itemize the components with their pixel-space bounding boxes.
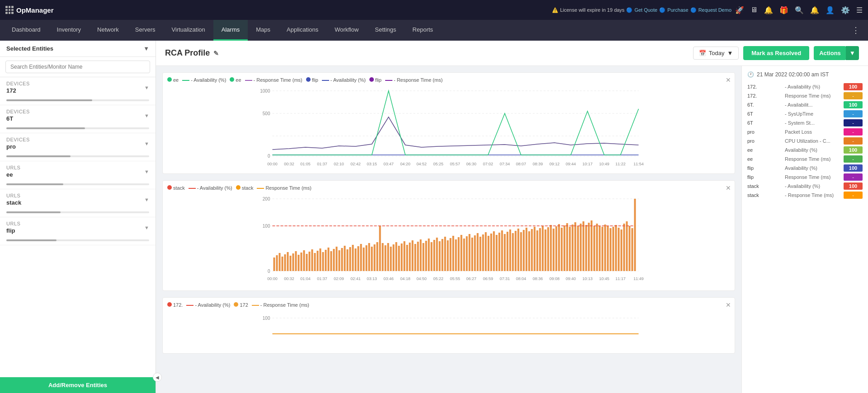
svg-text:00:00: 00:00	[267, 276, 278, 281]
mark-as-resolved-button[interactable]: Mark as Resolved	[743, 46, 809, 60]
svg-rect-37	[276, 255, 278, 271]
nav-network[interactable]: Network	[89, 20, 127, 41]
purchase-link[interactable]: Purchase	[667, 7, 688, 13]
svg-rect-92	[425, 241, 427, 271]
nav-servers[interactable]: Servers	[127, 20, 164, 41]
chart-close-1[interactable]: ✕	[726, 76, 731, 84]
legend-dot-ee1: ee	[167, 77, 179, 83]
add-remove-entities-button[interactable]: Add/Remove Entities	[0, 377, 156, 393]
chart-close-3[interactable]: ✕	[726, 301, 731, 309]
user-icon[interactable]: 👤	[826, 6, 835, 14]
sidebar-item-header-urls-ee[interactable]: URLs ee ▼	[0, 161, 156, 182]
metric-label-10: Response Time (ms)	[785, 174, 844, 180]
sidebar-collapse-btn[interactable]: ◀	[153, 373, 162, 382]
sidebar-item-header-urls-stack[interactable]: URLs stack ▼	[0, 189, 156, 210]
svg-rect-71	[368, 243, 370, 271]
actions-button[interactable]: Actions	[814, 46, 846, 60]
svg-rect-93	[428, 239, 430, 271]
nav-alarms[interactable]: Alarms	[213, 20, 248, 41]
svg-rect-38	[279, 253, 281, 271]
sidebar-item-name-5: stack	[6, 199, 21, 206]
svg-text:11:49: 11:49	[633, 276, 644, 281]
nav-applications[interactable]: Applications	[278, 20, 326, 41]
sidebar-item-header-devices-172[interactable]: Devices 172 ▼	[0, 77, 156, 98]
svg-text:500: 500	[263, 111, 270, 116]
svg-text:11:54: 11:54	[633, 162, 644, 166]
sidebar-item-header-devices-pro[interactable]: Devices pro ▼	[0, 133, 156, 154]
svg-rect-167	[629, 226, 631, 271]
svg-rect-154	[594, 226, 595, 271]
filter-icon[interactable]: ▼	[143, 45, 149, 52]
metric-row-7: eeAvailability (%)100	[747, 146, 863, 154]
navbar-more[interactable]: ⋮	[847, 20, 864, 41]
svg-rect-135	[542, 226, 544, 271]
search-icon[interactable]: 🔍	[795, 6, 804, 14]
nav-dashboard[interactable]: Dashboard	[4, 20, 49, 41]
nav-workflow[interactable]: Workflow	[326, 20, 367, 41]
svg-rect-146	[572, 225, 574, 271]
date-picker[interactable]: 📅 Today ▼	[693, 47, 739, 60]
metric-name-2: 6T.	[747, 102, 785, 108]
svg-rect-150	[583, 221, 585, 271]
nav-reports[interactable]: Reports	[404, 20, 441, 41]
svg-rect-76	[382, 243, 384, 271]
legend-dash-avail-ee: - Availability (%)	[182, 77, 226, 83]
request-demo-link[interactable]: Request Demo	[698, 7, 731, 13]
svg-rect-133	[537, 230, 538, 271]
svg-text:09:40: 09:40	[566, 276, 576, 281]
alert-icon[interactable]: 🔔	[810, 6, 819, 14]
rocket-icon[interactable]: 🚀	[735, 6, 744, 14]
nav-virtualization[interactable]: Virtualization	[164, 20, 213, 41]
edit-icon[interactable]: ✎	[213, 50, 219, 57]
svg-rect-91	[423, 243, 425, 271]
settings-icon[interactable]: ⚙️	[841, 6, 850, 14]
sidebar-item-header-urls-flip[interactable]: URLs flip ▼	[0, 217, 156, 238]
metric-name-5: pro	[747, 129, 785, 135]
legend-dash-avail-flip: - Availability (%)	[322, 77, 366, 83]
license-info: ⚠️ License will expire in 19 days 🔵 Get …	[552, 7, 731, 13]
svg-text:03:15: 03:15	[367, 162, 377, 166]
search-input[interactable]	[5, 61, 150, 73]
svg-rect-46	[301, 253, 302, 271]
legend-dot-stack1: stack	[167, 185, 185, 191]
svg-rect-118	[496, 235, 498, 271]
svg-rect-59	[336, 247, 338, 271]
svg-rect-129	[526, 228, 528, 271]
svg-rect-153	[591, 220, 593, 271]
legend-dot-stack2: stack	[236, 185, 254, 191]
nav-inventory[interactable]: Inventory	[49, 20, 89, 41]
svg-text:00:32: 00:32	[284, 162, 294, 166]
svg-rect-61	[341, 248, 343, 271]
svg-rect-126	[518, 229, 519, 271]
svg-rect-73	[374, 244, 376, 271]
chart-close-2[interactable]: ✕	[726, 184, 731, 192]
nav-maps[interactable]: Maps	[248, 20, 278, 41]
svg-rect-138	[550, 225, 552, 271]
actions-dropdown-button[interactable]: ▼	[846, 46, 859, 60]
metric-name-7: ee	[747, 147, 785, 153]
sidebar-item-header-devices-6t[interactable]: Devices 6T ▼	[0, 105, 156, 126]
svg-text:02:09: 02:09	[334, 276, 344, 281]
metric-name-9: flip	[747, 165, 785, 171]
metric-label-4: - System St...	[785, 120, 844, 126]
chevron-down-icon: ▼	[727, 50, 733, 56]
metric-badge-11: 100	[844, 182, 863, 190]
svg-rect-74	[377, 242, 378, 271]
monitor-icon[interactable]: 🖥	[750, 6, 758, 14]
svg-rect-36	[274, 257, 275, 271]
svg-text:01:04: 01:04	[300, 276, 311, 281]
nav-settings[interactable]: Settings	[367, 20, 404, 41]
metric-badge-10: -	[844, 173, 863, 181]
content-title: RCA Profile ✎	[165, 48, 219, 58]
metric-name-4: 6T	[747, 120, 785, 126]
svg-text:0: 0	[268, 269, 270, 274]
svg-rect-158	[604, 225, 606, 271]
svg-text:03:13: 03:13	[367, 276, 377, 281]
gift-icon[interactable]: 🎁	[779, 6, 788, 14]
menu-icon[interactable]: ☰	[856, 6, 863, 14]
get-quote-link[interactable]: Get Quote	[634, 7, 657, 13]
bell-icon[interactable]: 🔔	[764, 6, 773, 14]
sidebar-item-bar-fill-4	[6, 183, 63, 185]
svg-rect-115	[488, 236, 490, 271]
svg-rect-108	[469, 234, 471, 271]
